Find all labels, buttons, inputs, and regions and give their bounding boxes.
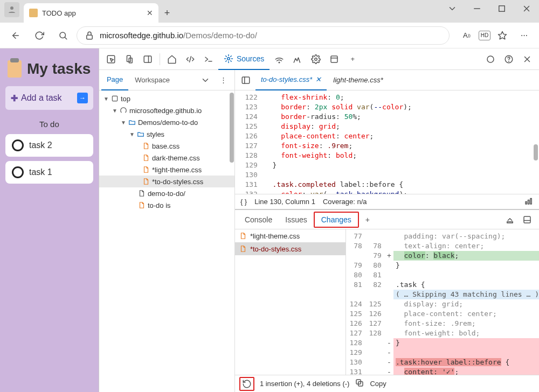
submit-task-icon[interactable]: → (77, 93, 88, 103)
tab-title: TODO app (42, 9, 76, 17)
search-icon[interactable] (53, 25, 73, 46)
circle-icon[interactable] (12, 166, 24, 178)
close-window-button[interactable] (514, 0, 539, 17)
page-title: My tasks (27, 60, 91, 78)
svg-line-15 (189, 56, 191, 62)
refresh-button[interactable] (29, 25, 50, 46)
svg-rect-20 (331, 56, 337, 62)
plus-icon: ✚ (11, 93, 18, 103)
changed-file-selected[interactable]: *to-do-styles.css (235, 242, 345, 255)
elements-icon[interactable] (182, 51, 199, 68)
svg-rect-27 (112, 96, 117, 101)
task-item[interactable]: task 2 (5, 134, 93, 157)
window-controls (440, 0, 539, 17)
coverage-icon[interactable] (524, 196, 534, 207)
browser-tab[interactable]: TODO app ✕ (24, 3, 158, 23)
svg-marker-9 (499, 31, 507, 39)
changed-files-list: *light-theme.css *to-do-styles.css (235, 229, 346, 375)
svg-line-7 (65, 37, 66, 39)
performance-icon[interactable] (289, 51, 306, 68)
favorite-icon[interactable] (493, 26, 512, 45)
chevron-down-icon[interactable] (197, 72, 214, 89)
welcome-icon[interactable] (163, 51, 181, 68)
page-navigator-tab[interactable]: Page (101, 70, 128, 90)
svg-rect-32 (530, 199, 531, 205)
scrollbar[interactable] (534, 144, 538, 160)
revert-button[interactable] (239, 377, 254, 391)
svg-point-0 (10, 6, 13, 10)
svg-rect-10 (107, 55, 115, 63)
braces-icon[interactable]: { } (240, 198, 247, 206)
svg-rect-28 (242, 77, 250, 83)
changed-file[interactable]: *light-theme.css (235, 229, 345, 242)
show-navigator-icon[interactable] (237, 72, 254, 89)
new-tab-button[interactable]: + (158, 3, 176, 23)
gear-icon[interactable] (307, 51, 324, 68)
svg-rect-22 (487, 56, 494, 62)
console-icon[interactable] (200, 51, 217, 68)
add-drawer-tab[interactable]: + (359, 210, 376, 229)
file-tree-selected: *to-do-styles.css (99, 176, 234, 187)
add-task-input[interactable]: ✚ Add a task → (5, 86, 93, 110)
editor-tab-active[interactable]: to-do-styles.css*✕ (255, 70, 327, 90)
code-editor[interactable]: 122123124125126127128129130131132 flex-s… (235, 90, 539, 194)
svg-rect-31 (528, 200, 529, 205)
svg-point-18 (279, 62, 280, 63)
copy-button[interactable]: Copy (370, 380, 386, 388)
url-field[interactable]: microsoftedge.github.io/Demos/demo-to-do… (77, 26, 450, 45)
url-host: microsoftedge.github.io (100, 31, 183, 40)
task-label: task 1 (29, 167, 52, 177)
chevron-down-icon[interactable] (440, 0, 465, 17)
devtools-drawer: Console Issues Changes + *light-theme.cs… (235, 209, 539, 392)
svg-rect-34 (524, 216, 530, 223)
svg-point-24 (509, 61, 509, 61)
svg-point-6 (60, 32, 66, 38)
editor-tab[interactable]: light-theme.css* (328, 70, 388, 90)
task-item[interactable]: task 1 (5, 161, 93, 184)
circle-icon[interactable] (12, 139, 24, 151)
task-label: task 2 (29, 141, 52, 150)
svg-point-19 (315, 58, 317, 60)
maximize-button[interactable] (489, 0, 514, 17)
file-tree[interactable]: ▼top ▼microsoftedge.github.io ▼Demos/dem… (99, 90, 234, 392)
add-task-placeholder: Add a task (21, 93, 62, 103)
issues-badge-icon[interactable] (482, 51, 499, 68)
diff-viewer[interactable]: 7778 798081 124125126127128129130131 787… (346, 229, 539, 375)
expand-icon[interactable] (501, 211, 519, 228)
editor-tabs: to-do-styles.css*✕ light-theme.css* (235, 70, 539, 90)
issues-drawer-tab[interactable]: Issues (279, 210, 313, 229)
hd-icon[interactable]: HD (479, 31, 490, 40)
dock-drawer-icon[interactable] (519, 211, 536, 228)
copy-icon[interactable] (355, 378, 364, 389)
scrollbar[interactable] (230, 93, 234, 163)
network-icon[interactable] (271, 51, 288, 68)
read-aloud-icon[interactable]: A)) (457, 26, 476, 45)
minimize-button[interactable] (465, 0, 489, 17)
more-icon[interactable]: ⋯ (514, 26, 534, 45)
inspect-icon[interactable] (102, 51, 120, 68)
dock-icon[interactable] (139, 51, 156, 68)
diff-summary: 1 insertion (+), 4 deletions (-) (260, 380, 350, 388)
svg-rect-30 (526, 202, 527, 205)
address-bar: microsoftedge.github.io/Demos/demo-to-do… (0, 23, 539, 48)
close-icon[interactable]: ✕ (315, 75, 321, 83)
close-devtools-icon[interactable] (519, 51, 536, 68)
profile-avatar[interactable] (4, 2, 19, 17)
close-tab-icon[interactable]: ✕ (147, 9, 153, 17)
application-icon[interactable] (326, 51, 343, 68)
console-drawer-tab[interactable]: Console (238, 210, 279, 229)
changes-drawer-tab[interactable]: Changes (314, 212, 359, 228)
more-tabs-icon[interactable]: + (344, 51, 361, 68)
coverage-status: Coverage: n/a (323, 198, 367, 206)
sources-tab[interactable]: Sources (218, 48, 270, 70)
workspace-navigator-tab[interactable]: Workspace (129, 70, 196, 90)
url-path: /Demos/demo-to-do/ (183, 31, 257, 40)
svg-rect-33 (507, 221, 513, 222)
device-icon[interactable] (121, 51, 138, 68)
more-icon[interactable]: ⋮ (215, 72, 232, 89)
svg-rect-13 (144, 56, 151, 62)
clipboard-icon (29, 9, 38, 17)
back-button[interactable] (5, 25, 26, 46)
window-titlebar: TODO app ✕ + (0, 0, 539, 23)
help-icon[interactable] (500, 51, 517, 68)
